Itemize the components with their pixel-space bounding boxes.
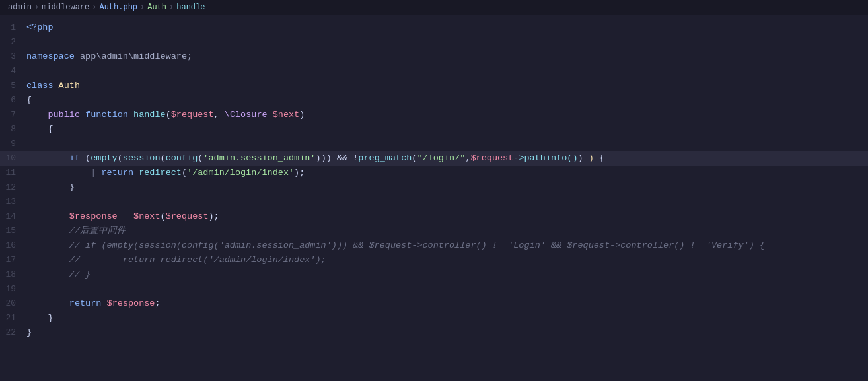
line-number-1: 1 <box>0 22 26 32</box>
line-number-9: 9 <box>0 139 26 149</box>
line-content-3: namespace app\admin\middleware; <box>26 50 863 64</box>
line-number-21: 21 <box>0 313 26 323</box>
line-content-9 <box>26 137 863 151</box>
code-line-15: 15 //后置中间件 <box>0 224 868 238</box>
line-number-15: 15 <box>0 226 26 236</box>
line-number-17: 17 <box>0 255 26 265</box>
breadcrumb-class: Auth <box>147 3 166 12</box>
breadcrumb-sep-2: › <box>92 3 96 12</box>
line-number-18: 18 <box>0 269 26 279</box>
code-line-8: 8 { <box>0 122 868 137</box>
code-line-14: 14 $response = $next($request); <box>0 209 868 224</box>
line-content-6: { <box>26 93 863 108</box>
line-content-4 <box>26 64 863 79</box>
code-line-18: 18 // } <box>0 267 868 282</box>
code-line-6: 6{ <box>0 93 868 108</box>
line-content-10: if (empty(session(config('admin.session_… <box>26 151 863 166</box>
line-number-6: 6 <box>0 95 26 105</box>
code-line-7: 7 public function handle($request, \Clos… <box>0 108 868 122</box>
line-content-7: public function handle($request, \Closur… <box>26 108 863 122</box>
code-line-10: 10 if (empty(session(config('admin.sessi… <box>0 151 868 166</box>
line-number-7: 7 <box>0 110 26 120</box>
breadcrumb-folder-admin: admin <box>8 3 32 12</box>
line-content-12: } <box>26 180 863 195</box>
line-number-19: 19 <box>0 284 26 294</box>
line-number-3: 3 <box>0 52 26 61</box>
line-content-19 <box>26 282 863 296</box>
code-line-21: 21 } <box>0 311 868 326</box>
line-content-16: // if (empty(session(config('admin.sessi… <box>26 238 863 253</box>
line-content-1: <?php <box>26 20 863 35</box>
line-number-13: 13 <box>0 197 26 207</box>
code-line-3: 3namespace app\admin\middleware; <box>0 50 868 64</box>
code-line-22: 22} <box>0 326 868 340</box>
line-content-8: { <box>26 122 863 137</box>
line-number-14: 14 <box>0 211 26 221</box>
line-content-20: return $response; <box>26 296 863 311</box>
breadcrumb-sep-4: › <box>169 3 174 12</box>
code-line-4: 4 <box>0 64 868 79</box>
code-line-5: 5class Auth <box>0 79 868 93</box>
line-number-10: 10 <box>0 153 26 163</box>
line-number-4: 4 <box>0 66 26 76</box>
code-line-1: 1<?php <box>0 20 868 35</box>
code-line-2: 2 <box>0 35 868 50</box>
line-content-13 <box>26 195 863 209</box>
line-content-18: // } <box>26 267 863 282</box>
line-content-15: //后置中间件 <box>26 224 863 238</box>
code-line-12: 12 } <box>0 180 868 195</box>
line-number-8: 8 <box>0 124 26 134</box>
line-number-20: 20 <box>0 298 26 308</box>
line-number-5: 5 <box>0 81 26 90</box>
code-editor: 1<?php2 3namespace app\admin\middleware;… <box>0 15 868 345</box>
line-content-14: $response = $next($request); <box>26 209 863 224</box>
line-number-22: 22 <box>0 328 26 337</box>
line-content-22: } <box>26 326 863 340</box>
code-line-20: 20 return $response; <box>0 296 868 311</box>
line-content-2 <box>26 35 863 50</box>
code-line-17: 17 // return redirect('/admin/login/inde… <box>0 253 868 267</box>
line-content-11: | return redirect('/admin/login/index'); <box>26 166 863 180</box>
line-number-2: 2 <box>0 37 26 47</box>
code-line-9: 9 <box>0 137 868 151</box>
code-line-11: 11 | return redirect('/admin/login/index… <box>0 166 868 180</box>
breadcrumb-file: Auth.php <box>99 3 137 12</box>
line-content-5: class Auth <box>26 79 863 93</box>
line-number-12: 12 <box>0 182 26 192</box>
breadcrumb-sep-1: › <box>34 3 39 12</box>
line-number-16: 16 <box>0 240 26 250</box>
breadcrumb-method: handle <box>176 3 205 12</box>
line-content-21: } <box>26 311 863 326</box>
line-content-17: // return redirect('/admin/login/index')… <box>26 253 863 267</box>
code-line-13: 13 <box>0 195 868 209</box>
breadcrumb-bar: admin › middleware › Auth.php › Auth › h… <box>0 0 868 15</box>
breadcrumb-sep-3: › <box>140 3 145 12</box>
code-line-19: 19 <box>0 282 868 296</box>
line-number-11: 11 <box>0 168 26 178</box>
breadcrumb-folder-middleware: middleware <box>42 3 89 12</box>
code-line-16: 16 // if (empty(session(config('admin.se… <box>0 238 868 253</box>
